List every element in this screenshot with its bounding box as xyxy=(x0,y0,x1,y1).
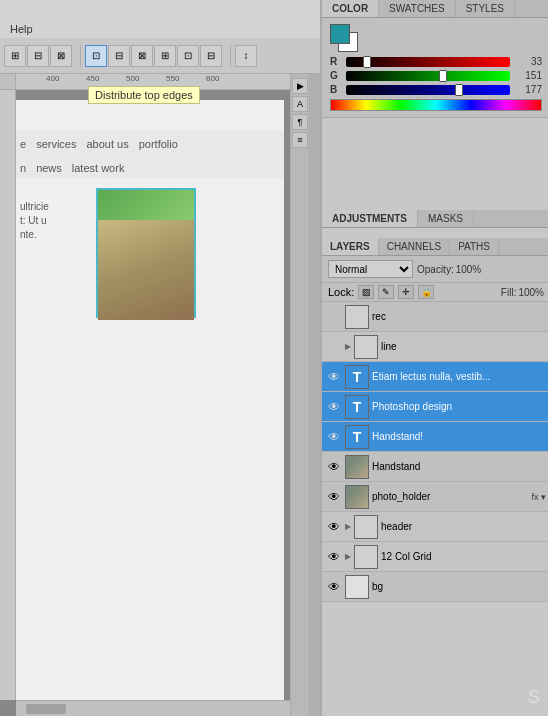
layer-name-photoshop: Photoshop design xyxy=(372,401,546,412)
canvas-image xyxy=(96,188,196,318)
distribute-center-v-btn[interactable]: ⊟ xyxy=(108,45,130,67)
b-slider-thumb[interactable] xyxy=(455,84,463,96)
layer-vis-rec[interactable] xyxy=(326,309,342,325)
tab-styles[interactable]: STYLES xyxy=(456,0,515,17)
auto-align-btn[interactable]: ↕ xyxy=(235,45,257,67)
color-panel-tabs: COLOR SWATCHES STYLES xyxy=(322,0,548,18)
right-panel: COLOR SWATCHES STYLES R 33 G xyxy=(320,0,548,716)
layer-thumb-line xyxy=(354,335,378,359)
foreground-color-swatch[interactable] xyxy=(330,24,350,44)
align-center-btn[interactable]: ⊟ xyxy=(27,45,49,67)
layer-row-handstand-text[interactable]: 👁 T Handstand! xyxy=(322,422,548,452)
layer-thumb-etiam: T xyxy=(345,365,369,389)
layer-vis-line[interactable] xyxy=(326,339,342,355)
lock-all-icon[interactable]: 🔒 xyxy=(418,285,434,299)
layer-vis-photo-holder[interactable]: 👁 xyxy=(326,489,342,505)
distribute-center-h-btn[interactable]: ⊡ xyxy=(177,45,199,67)
layer-row-line[interactable]: ▶ line xyxy=(322,332,548,362)
layer-vis-handstand-img[interactable]: 👁 xyxy=(326,459,342,475)
distribute-top-btn[interactable]: ⊡ xyxy=(85,45,107,67)
r-slider[interactable] xyxy=(346,57,510,67)
tab-paths[interactable]: PATHS xyxy=(450,238,499,255)
r-label: R xyxy=(330,56,342,67)
layer-vis-12col[interactable]: 👁 xyxy=(326,549,342,565)
layer-row-photo-holder[interactable]: 👁 photo_holder fx ▾ xyxy=(322,482,548,512)
ruler-mark-400: 400 xyxy=(46,74,59,83)
color-spectrum[interactable] xyxy=(330,99,542,111)
tab-swatches[interactable]: SWATCHES xyxy=(379,0,456,17)
main-toolbar: ⊞ ⊟ ⊠ ⊡ ⊟ ⊠ ⊞ ⊡ ⊟ ↕ xyxy=(0,38,330,74)
layer-expand-12col[interactable]: ▶ xyxy=(345,552,351,561)
tab-channels[interactable]: CHANNELS xyxy=(379,238,450,255)
layer-thumb-12col xyxy=(354,545,378,569)
distribute-right-btn[interactable]: ⊟ xyxy=(200,45,222,67)
align-right-btn[interactable]: ⊠ xyxy=(50,45,72,67)
fill-label: Fill: xyxy=(501,287,517,298)
align-left-btn[interactable]: ⊞ xyxy=(4,45,26,67)
blend-mode-select[interactable]: Normal xyxy=(328,260,413,278)
layer-expand-header[interactable]: ▶ xyxy=(345,522,351,531)
layer-vis-header[interactable]: 👁 xyxy=(326,519,342,535)
b-value: 177 xyxy=(514,84,542,95)
tab-layers[interactable]: LAYERS xyxy=(322,238,379,255)
canvas-nav-secondary: n news latest work xyxy=(16,158,284,178)
lt-btn-2[interactable]: A xyxy=(292,96,308,112)
layer-name-handstand-img: Handstand xyxy=(372,461,546,472)
lock-transparency-icon[interactable]: ▨ xyxy=(358,285,374,299)
canvas-area: 400 450 500 550 600 e services about us … xyxy=(0,74,290,716)
canvas-text-line-3: nte. xyxy=(20,228,94,242)
canvas-nav-primary: e services about us portfolio xyxy=(16,130,284,158)
lt-btn-1[interactable]: ▶ xyxy=(292,78,308,94)
toolbar-group-2: ⊡ ⊟ ⊠ ⊞ ⊡ ⊟ xyxy=(85,45,222,67)
nav-services: services xyxy=(36,138,76,150)
layer-row-handstand-img[interactable]: 👁 Handstand xyxy=(322,452,548,482)
ruler-corner xyxy=(0,74,16,90)
tab-masks[interactable]: MASKS xyxy=(418,210,474,227)
lt-btn-3[interactable]: ¶ xyxy=(292,114,308,130)
lock-paint-icon[interactable]: ✎ xyxy=(378,285,394,299)
layers-panel: LAYERS CHANNELS PATHS Normal Opacity: 10… xyxy=(322,238,548,602)
opacity-value[interactable]: 100% xyxy=(456,264,482,275)
color-body: R 33 G 151 B 177 xyxy=(322,18,548,117)
horizontal-scrollbar[interactable] xyxy=(16,700,290,716)
layer-vis-photoshop[interactable]: 👁 xyxy=(326,399,342,415)
help-menu[interactable]: Help xyxy=(4,23,39,35)
layer-row-photoshop[interactable]: 👁 T Photoshop design xyxy=(322,392,548,422)
color-swatch-stack[interactable] xyxy=(330,24,358,52)
g-slider-thumb[interactable] xyxy=(439,70,447,82)
fill-value[interactable]: 100% xyxy=(518,287,544,298)
b-slider[interactable] xyxy=(346,85,510,95)
layer-row-header[interactable]: 👁 ▶ header xyxy=(322,512,548,542)
lt-btn-4[interactable]: ≡ xyxy=(292,132,308,148)
r-slider-thumb[interactable] xyxy=(363,56,371,68)
watermark: S xyxy=(528,687,540,708)
layer-vis-bg[interactable]: 👁 xyxy=(326,579,342,595)
layer-vis-handstand-text[interactable]: 👁 xyxy=(326,429,342,445)
lock-position-icon[interactable]: ✛ xyxy=(398,285,414,299)
layer-thumb-photoshop: T xyxy=(345,395,369,419)
distribute-bottom-btn[interactable]: ⊠ xyxy=(131,45,153,67)
distribute-left-btn[interactable]: ⊞ xyxy=(154,45,176,67)
layer-thumb-bg xyxy=(345,575,369,599)
layer-expand-line[interactable]: ▶ xyxy=(345,342,351,351)
layer-row-12col[interactable]: 👁 ▶ 12 Col Grid xyxy=(322,542,548,572)
canvas-content[interactable]: e services about us portfolio n news lat… xyxy=(16,90,290,700)
canvas-image-bottom xyxy=(98,220,194,320)
layers-panel-tabs: LAYERS CHANNELS PATHS xyxy=(322,238,548,256)
canvas-text-block: ultricie t: Ut u nte. xyxy=(16,200,94,242)
layer-vis-etiam[interactable]: 👁 xyxy=(326,369,342,385)
g-label: G xyxy=(330,70,342,81)
layer-row-bg[interactable]: 👁 bg xyxy=(322,572,548,602)
r-value: 33 xyxy=(514,56,542,67)
layer-name-bg: bg xyxy=(372,581,546,592)
tooltip: Distribute top edges xyxy=(88,86,200,104)
ruler-mark-500: 500 xyxy=(126,74,139,83)
tab-color[interactable]: COLOR xyxy=(322,0,379,17)
scroll-thumb-h[interactable] xyxy=(26,704,66,714)
vertical-ruler xyxy=(0,90,16,700)
layer-thumb-handstand-img xyxy=(345,455,369,479)
g-slider[interactable] xyxy=(346,71,510,81)
tab-adjustments[interactable]: ADJUSTMENTS xyxy=(322,210,418,227)
layer-row-etiam[interactable]: 👁 T Etiam lectus nulla, vestib... xyxy=(322,362,548,392)
layer-row-rec[interactable]: rec xyxy=(322,302,548,332)
